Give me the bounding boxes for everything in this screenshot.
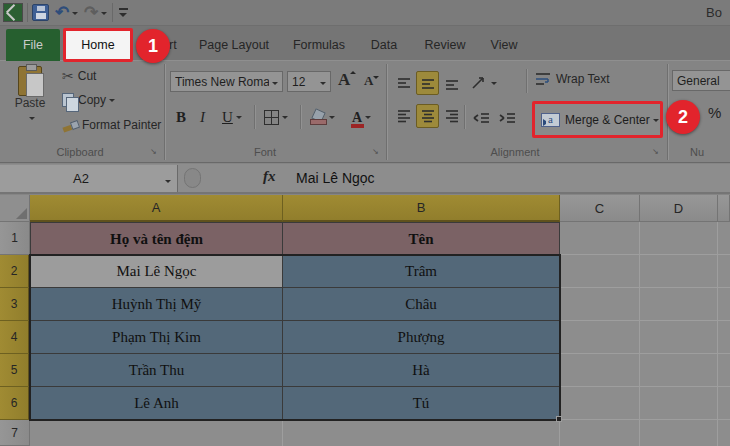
increase-indent-icon [499,112,517,126]
tab-data[interactable]: Data [360,30,408,60]
font-name-combo[interactable]: Times New Roma [170,71,283,92]
window-title: Bo [706,5,722,20]
tab-file[interactable]: File [6,29,60,61]
paste-button[interactable]: Paste [8,65,52,139]
group-divider [386,64,387,160]
cell-b3[interactable]: Châu [283,288,560,321]
formula-input[interactable]: Mai Lê Ngọc [296,170,375,186]
redo-icon: ↷ [84,4,98,22]
align-top-button[interactable] [392,71,415,95]
tab-view[interactable]: View [480,30,528,60]
align-bottom-icon [444,76,460,90]
customize-qat-button[interactable] [118,2,131,23]
align-left-button[interactable] [392,104,415,128]
orientation-icon [470,75,488,91]
column-header-d[interactable]: D [640,195,718,222]
grow-font-button[interactable]: A [338,70,350,90]
italic-button[interactable]: I [200,104,205,130]
increase-indent-button[interactable] [496,107,519,131]
chevron-down-icon [317,75,326,89]
row-header-2[interactable]: 2 [0,255,30,288]
insert-function-button[interactable]: fx [263,168,276,185]
cell-b2[interactable]: Trâm [283,255,560,288]
column-header-e[interactable] [718,195,730,222]
cell-b4[interactable]: Phượng [283,321,560,354]
align-top-icon [396,76,412,90]
row-header-7[interactable]: 7 [0,420,30,446]
paste-dropdown-icon[interactable] [26,110,35,124]
alignment-dialog-launcher-icon[interactable] [652,147,662,157]
name-box-value: A2 [0,171,162,186]
ribbon: Paste Cut Copy Format Painter Clipboard … [0,61,730,163]
cell-a1[interactable]: Họ và tên đệm [30,222,283,255]
cell-b6[interactable]: Tú [283,387,560,420]
cell-a2-active[interactable]: Mai Lê Ngọc [30,255,283,288]
cell-a6[interactable]: Lê Anh [30,387,283,420]
orientation-button[interactable] [470,73,500,93]
font-size-combo[interactable]: 12 [287,71,331,92]
align-right-button[interactable] [440,104,463,128]
save-button[interactable] [32,2,49,23]
clipboard-dialog-launcher-icon[interactable] [150,147,160,157]
select-all-corner[interactable] [0,195,30,222]
cell-a4[interactable]: Phạm Thị Kim [30,321,283,354]
row-header-5[interactable]: 5 [0,354,30,387]
row-header-4[interactable]: 4 [0,321,30,354]
font-dialog-launcher-icon[interactable] [372,147,382,157]
format-painter-button[interactable]: Format Painter [62,118,161,132]
row-header-6[interactable]: 6 [0,387,30,420]
wrap-text-button[interactable]: Wrap Text [534,71,610,87]
redo-button[interactable]: ↷ [84,2,107,23]
step-2-badge: 2 [666,100,700,134]
cell-a5[interactable]: Trần Thu [30,354,283,387]
align-bottom-button[interactable] [440,71,463,95]
percent-style-button[interactable]: % [708,104,721,121]
number-format-combo[interactable]: General [672,70,730,91]
separator [254,105,255,129]
cell-b1[interactable]: Tên [283,222,560,255]
row-header-3[interactable]: 3 [0,288,30,321]
formula-bar: A2 fx Mai Lê Ngọc [0,164,730,194]
copy-button[interactable]: Copy [62,93,115,107]
separator [300,105,301,129]
center-button[interactable] [416,104,439,128]
borders-grid-icon [264,110,279,125]
name-box[interactable]: A2 [0,165,178,192]
excel-logo-icon [3,3,23,22]
center-icon [420,109,436,123]
number-format-value: General [677,74,727,88]
cell-a3[interactable]: Huỳnh Thị Mỹ [30,288,283,321]
underline-button[interactable]: U [222,104,242,130]
fill-handle[interactable] [556,416,562,422]
merge-and-center-button[interactable]: Merge & Center [532,101,663,138]
undo-button[interactable]: ↶ [55,2,78,23]
alignment-group-label: Alignment [400,146,630,158]
excel-window: ↶ ↷ Bo File Home Insert Page Layout Form… [0,0,730,446]
clipboard-group-label: Clipboard [20,146,140,158]
format-painter-label: Format Painter [82,118,161,132]
column-header-b[interactable]: B [283,195,560,222]
cut-label: Cut [78,69,97,83]
tab-review[interactable]: Review [414,30,476,60]
cell-b5[interactable]: Hà [283,354,560,387]
column-header-c[interactable]: C [560,195,640,222]
cut-button[interactable]: Cut [62,68,96,84]
row-header-1[interactable]: 1 [0,222,30,255]
tab-page-layout[interactable]: Page Layout [190,30,278,60]
underline-label: U [222,109,233,126]
font-group-label: Font [165,146,365,158]
title-bar: ↶ ↷ Bo [0,0,730,26]
tab-formulas[interactable]: Formulas [284,30,354,60]
shrink-font-button[interactable]: A [364,73,373,89]
decrease-indent-button[interactable] [470,107,493,131]
undo-icon: ↶ [55,4,69,22]
font-color-button[interactable]: A [352,104,371,130]
excel-logo-icon[interactable] [3,2,23,23]
tab-home[interactable]: Home [63,28,133,62]
paint-bucket-icon [310,110,326,125]
borders-button[interactable] [264,104,288,130]
column-header-a[interactable]: A [30,195,283,222]
fill-color-button[interactable] [310,104,335,130]
bold-button[interactable]: B [176,104,186,130]
middle-align-button[interactable] [416,71,439,95]
